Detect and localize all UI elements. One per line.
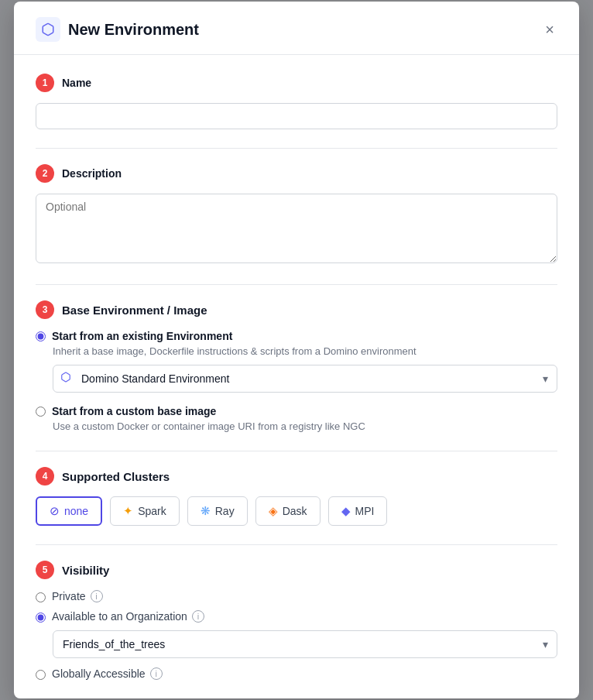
modal-overlay: New Environment × 1 Name 2 Description: [0, 0, 593, 700]
base-env-label: Base Environment / Image: [62, 304, 207, 317]
mpi-label: MPI: [355, 505, 375, 517]
org-radio[interactable]: [36, 612, 46, 623]
divider-3: [36, 451, 557, 451]
modal-header: New Environment ×: [14, 2, 579, 55]
divider-1: [36, 148, 557, 149]
dask-label: Dask: [283, 505, 307, 517]
base-env-select-wrapper: Domino Standard Environment ▾: [53, 365, 557, 393]
base-env-option1-row: Start from an existing Environment: [36, 330, 557, 345]
cluster-none-button[interactable]: ⊘ none: [36, 496, 102, 526]
private-label: Private i: [52, 590, 103, 602]
clusters-section: 4 Supported Clusters ⊘ none ✦ Spark ❋ Ra…: [36, 467, 557, 526]
custom-image-title: Start from a custom base image: [52, 405, 216, 417]
visibility-org-row: Available to an Organization i: [36, 610, 557, 623]
visibility-section: 5 Visibility Private i Available to an O…: [36, 561, 557, 680]
name-input[interactable]: [36, 103, 557, 129]
global-radio[interactable]: [36, 670, 46, 680]
base-env-option2-row: Start from a custom base image: [36, 405, 557, 420]
cluster-mpi-button[interactable]: ◆ MPI: [328, 496, 388, 526]
step-3-badge: 3: [36, 300, 54, 319]
org-dropdown[interactable]: Friends_of_the_trees: [53, 630, 557, 658]
modal-title-row: New Environment: [36, 17, 199, 42]
clusters-label: Supported Clusters: [62, 470, 170, 483]
cluster-ray-button[interactable]: ❋ Ray: [187, 496, 248, 526]
visibility-global-row: Globally Accessible i: [36, 667, 557, 680]
existing-env-radio[interactable]: [36, 331, 46, 341]
none-icon: ⊘: [50, 504, 60, 518]
modal-icon: [36, 17, 60, 42]
description-input[interactable]: [36, 194, 557, 263]
global-info-icon[interactable]: i: [150, 667, 163, 680]
modal-body: 1 Name 2 Description 3 Base Environm: [14, 55, 579, 698]
none-label: none: [64, 505, 88, 517]
visibility-label: Visibility: [62, 564, 109, 577]
close-button[interactable]: ×: [542, 19, 557, 40]
description-section: 2 Description: [36, 164, 557, 266]
divider-2: [36, 284, 557, 285]
base-env-option2-group: Start from a custom base image Use a cus…: [36, 405, 557, 432]
existing-env-title: Start from an existing Environment: [52, 330, 232, 342]
step-1-badge: 1: [36, 74, 54, 92]
mpi-icon: ◆: [341, 504, 351, 518]
new-environment-modal: New Environment × 1 Name 2 Description: [14, 2, 579, 698]
global-label: Globally Accessible i: [52, 667, 163, 680]
org-select-wrapper: Friends_of_the_trees ▾: [53, 630, 557, 658]
org-info-icon[interactable]: i: [192, 610, 204, 623]
description-section-header: 2 Description: [36, 164, 557, 183]
ray-icon: ❋: [201, 504, 211, 518]
divider-4: [36, 544, 557, 545]
base-env-dropdown[interactable]: Domino Standard Environment: [53, 365, 557, 393]
description-label: Description: [62, 167, 122, 180]
name-section-header: 1 Name: [36, 74, 557, 92]
spark-icon: ✦: [123, 504, 133, 518]
org-label: Available to an Organization i: [52, 610, 204, 623]
custom-image-desc: Use a custom Docker or container image U…: [36, 420, 557, 432]
name-section: 1 Name: [36, 74, 557, 129]
base-env-section-header: 3 Base Environment / Image: [36, 300, 557, 319]
spark-label: Spark: [138, 505, 166, 517]
clusters-row: ⊘ none ✦ Spark ❋ Ray ◈ Dask: [36, 496, 557, 526]
private-radio[interactable]: [36, 592, 46, 602]
name-label: Name: [62, 77, 91, 89]
dask-icon: ◈: [269, 504, 278, 518]
existing-env-desc: Inherit a base image, Dockerfile instruc…: [36, 345, 557, 357]
base-env-section: 3 Base Environment / Image Start from an…: [36, 300, 557, 432]
visibility-private-row: Private i: [36, 590, 557, 602]
cluster-dask-button[interactable]: ◈ Dask: [255, 496, 320, 526]
step-4-badge: 4: [36, 467, 54, 486]
step-2-badge: 2: [36, 164, 54, 183]
clusters-section-header: 4 Supported Clusters: [36, 467, 557, 486]
modal-title: New Environment: [68, 21, 199, 39]
ray-label: Ray: [215, 505, 235, 517]
cluster-spark-button[interactable]: ✦ Spark: [110, 496, 180, 526]
visibility-section-header: 5 Visibility: [36, 561, 557, 579]
private-info-icon[interactable]: i: [91, 590, 103, 602]
custom-image-radio[interactable]: [36, 407, 46, 417]
step-5-badge: 5: [36, 561, 54, 579]
base-env-option1-group: Start from an existing Environment Inher…: [36, 330, 557, 393]
